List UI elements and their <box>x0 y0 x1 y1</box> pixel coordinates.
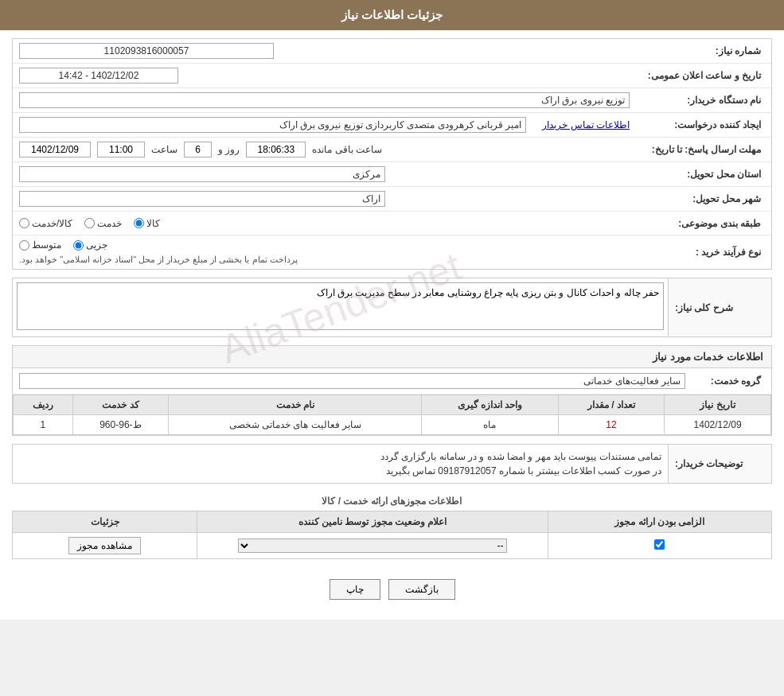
license-table: الزامی بودن ارائه مجوز اعلام وضعیت مجوز … <box>12 511 772 559</box>
purchase-mottavasset-label: متوسط <box>32 239 61 251</box>
service-group-value-box <box>19 373 685 389</box>
delivery-city-value-box <box>19 191 630 207</box>
remaining-time-input <box>246 142 306 157</box>
creator-contact-link[interactable]: اطلاعات تماس خریدار <box>542 119 630 130</box>
purchase-jozyi-radio[interactable] <box>73 240 84 251</box>
purchase-mottavasset-radio[interactable] <box>19 240 29 251</box>
license-table-header-row: الزامی بودن ارائه مجوز اعلام وضعیت مجوز … <box>13 511 772 533</box>
td-unit: ماه <box>422 415 558 435</box>
time-input <box>97 142 145 157</box>
services-section: اطلاعات خدمات مورد نیاز گروه خدمت: تاریخ… <box>12 345 772 436</box>
need-number-input[interactable] <box>19 43 274 59</box>
license-section: اطلاعات مجوزهای ارائه خدمت / کالا الزامی… <box>12 492 772 559</box>
service-group-row: گروه خدمت: <box>13 368 771 395</box>
need-number-label: شماره نیاز: <box>630 45 765 56</box>
th-license-status: اعلام وضعیت مجوز توسط نامین کننده <box>197 511 548 533</box>
response-deadline-value-box: ساعت باقی مانده روز و ساعت <box>19 142 630 157</box>
delivery-province-label: استان محل تحویل: <box>630 169 765 180</box>
buyer-notes-section: توضیحات خریدار: تمامی مستندات پیوست باید… <box>12 444 772 484</box>
purchase-type-row: نوع فرآیند خرید : متوسط جزیی پرداخت تمام… <box>13 235 771 269</box>
category-row: طبقه بندی موضوعی: کالا/خدمت خدمت کالا <box>13 212 771 235</box>
purchase-mottavasset-item[interactable]: متوسط <box>19 239 61 251</box>
buyer-org-label: نام دستگاه خریدار: <box>630 95 765 106</box>
buyer-org-value-box <box>19 92 630 108</box>
delivery-city-input[interactable] <box>19 191 385 207</box>
service-group-input[interactable] <box>19 373 685 389</box>
deadline-row: ساعت باقی مانده روز و ساعت <box>19 142 382 157</box>
th-license-details: جزئیات <box>13 511 197 533</box>
response-deadline-row: مهلت ارسال پاسخ: تا تاریخ: ساعت باقی مان… <box>13 138 771 162</box>
td-service-code: ط-96-960 <box>72 415 168 435</box>
th-quantity: تعداد / مقدار <box>558 395 665 415</box>
announcement-date-value-box <box>19 68 630 84</box>
category-kala-label: کالا <box>146 218 160 229</box>
remaining-label: ساعت باقی مانده <box>312 144 382 155</box>
services-tbody: 1402/12/09 12 ماه سایر فعالیت های خدماتی… <box>14 415 771 435</box>
license-status-select[interactable]: -- <box>238 539 508 553</box>
purchase-jozyi-label: جزیی <box>86 239 107 251</box>
purchase-type-radio-group: متوسط جزیی <box>19 239 107 251</box>
buyer-notes-line2: در صورت کسب اطلاعات بیشتر با شماره 09187… <box>19 465 661 476</box>
th-license-required: الزامی بودن ارائه مجوز <box>548 511 771 533</box>
td-license-details: مشاهده مجوز <box>13 533 197 559</box>
category-kala-item[interactable]: کالا <box>134 218 160 229</box>
delivery-province-input[interactable] <box>19 166 385 182</box>
license-section-title: اطلاعات مجوزهای ارائه خدمت / کالا <box>12 492 772 511</box>
th-date: تاریخ نیاز <box>665 395 771 415</box>
delivery-province-value-box <box>19 166 630 182</box>
category-radio-group: کالا/خدمت خدمت کالا <box>19 218 160 229</box>
creator-label: ایجاد کننده درخواست: <box>630 119 765 130</box>
announcement-date-label: تاریخ و ساعت اعلان عمومی: <box>630 70 765 81</box>
purchase-type-value-box: متوسط جزیی پرداخت تمام یا بخشی از مبلغ خ… <box>19 239 630 265</box>
description-content: AliaTender.net <box>13 278 668 336</box>
category-kala-radio[interactable] <box>134 218 144 228</box>
response-deadline-label: مهلت ارسال پاسخ: تا تاریخ: <box>630 144 765 155</box>
purchase-jozyi-item[interactable]: جزیی <box>73 239 107 251</box>
license-required-checkbox[interactable] <box>654 539 665 550</box>
td-date: 1402/12/09 <box>665 415 771 435</box>
th-row-num: ردیف <box>14 395 73 415</box>
buyer-org-input[interactable] <box>19 92 630 108</box>
announcement-date-row: تاریخ و ساعت اعلان عمومی: <box>13 64 771 88</box>
delivery-city-row: شهر محل تحویل: <box>13 187 771 212</box>
buyer-notes-label: توضیحات خریدار: <box>668 445 771 483</box>
time-label: ساعت <box>151 144 177 155</box>
table-row: 1402/12/09 12 ماه سایر فعالیت های خدماتی… <box>14 415 771 435</box>
days-input <box>184 142 212 157</box>
buyer-org-row: نام دستگاه خریدار: <box>13 88 771 113</box>
creator-input[interactable] <box>19 117 526 133</box>
buyer-notes-content: تمامی مستندات پیوست باید مهر و امضا شده … <box>13 445 668 483</box>
service-group-label: گروه خدمت: <box>685 375 765 387</box>
main-content: شماره نیاز: تاریخ و ساعت اعلان عمومی: نا… <box>0 30 784 620</box>
form-section-top: شماره نیاز: تاریخ و ساعت اعلان عمومی: نا… <box>12 38 772 270</box>
td-license-status: -- <box>197 533 548 559</box>
th-service-name: نام خدمت <box>169 395 422 415</box>
announcement-date-input[interactable] <box>19 68 178 84</box>
creator-row: ایجاد کننده درخواست: اطلاعات تماس خریدار <box>13 113 771 138</box>
category-khadamat-radio[interactable] <box>84 218 95 228</box>
back-button[interactable]: بازگشت <box>388 579 455 600</box>
th-unit: واحد اندازه گیری <box>422 395 558 415</box>
category-khadamat-item[interactable]: خدمت <box>84 218 122 229</box>
creator-value-box: اطلاعات تماس خریدار <box>19 117 630 133</box>
category-kala-khadamat-item[interactable]: کالا/خدمت <box>19 218 72 229</box>
category-label: طبقه بندی موضوعی: <box>630 218 765 229</box>
description-textarea[interactable] <box>17 282 664 330</box>
view-license-button[interactable]: مشاهده مجوز <box>68 537 140 554</box>
category-khadamat-label: خدمت <box>97 218 122 229</box>
print-button[interactable]: چاپ <box>330 579 380 600</box>
page-title: جزئیات اطلاعات نیاز <box>341 8 443 21</box>
td-license-required <box>548 533 771 559</box>
page-wrapper: جزئیات اطلاعات نیاز شماره نیاز: تاریخ و … <box>0 0 784 620</box>
services-table: تاریخ نیاز تعداد / مقدار واحد اندازه گیر… <box>13 395 771 435</box>
delivery-city-label: شهر محل تحویل: <box>630 193 765 204</box>
buyer-notes-line1: تمامی مستندات پیوست باید مهر و امضا شده … <box>19 451 661 462</box>
days-label: روز و <box>218 144 240 155</box>
category-value-box: کالا/خدمت خدمت کالا <box>19 218 630 229</box>
need-number-value-box <box>19 43 630 59</box>
category-kala-khadamat-radio[interactable] <box>19 218 29 228</box>
purchase-type-label: نوع فرآیند خرید : <box>630 247 765 258</box>
td-service-name: سایر فعالیت های خدماتی شخصی <box>169 415 422 435</box>
license-tbody: -- مشاهده مجوز <box>13 533 772 559</box>
delivery-province-row: استان محل تحویل: <box>13 162 771 187</box>
